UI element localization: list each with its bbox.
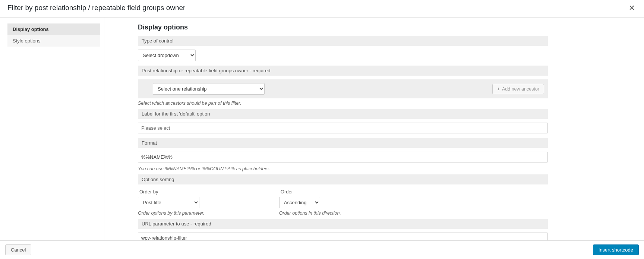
add-ancestor-button[interactable]: + Add new ancestor: [492, 84, 544, 94]
order-column: Order Ascending Order options in this di…: [279, 189, 341, 216]
main-panel: Display options Type of control Select d…: [104, 18, 563, 240]
dialog: Filter by post relationship / repeatable…: [0, 0, 644, 259]
section-label-type: Type of control: [138, 36, 548, 46]
relationship-row: Select one relationship + Add new ancest…: [138, 79, 548, 98]
default-label-input[interactable]: [138, 123, 548, 133]
url-param-input[interactable]: [138, 233, 548, 240]
relationship-select[interactable]: Select one relationship: [153, 83, 265, 95]
dialog-body: Display options Style options Display op…: [0, 18, 644, 240]
order-select[interactable]: Ascending: [279, 197, 320, 208]
dialog-header: Filter by post relationship / repeatable…: [0, 0, 644, 18]
section-label-urlparam: URL parameter to use - required: [138, 219, 548, 229]
tab-label: Style options: [13, 38, 40, 44]
button-label: Add new ancestor: [502, 86, 539, 92]
main-heading: Display options: [138, 23, 548, 31]
plus-icon: +: [497, 86, 500, 92]
sorting-row: Order by Post title Order options by thi…: [138, 184, 548, 216]
tab-display-options[interactable]: Display options: [7, 23, 100, 35]
order-label: Order: [279, 189, 341, 195]
orderby-select[interactable]: Post title: [138, 197, 199, 208]
insert-shortcode-button[interactable]: Insert shortcode: [593, 244, 639, 255]
orderby-label: Order by: [138, 189, 205, 195]
tab-style-options[interactable]: Style options: [7, 35, 100, 47]
cancel-button[interactable]: Cancel: [5, 244, 31, 255]
dialog-title: Filter by post relationship / repeatable…: [7, 4, 185, 12]
section-label-format: Format: [138, 138, 548, 148]
type-of-control-select[interactable]: Select dropdown: [138, 50, 196, 61]
section-label-default: Label for the first 'default' option: [138, 109, 548, 119]
relationship-hint: Select which ancestors should be part of…: [138, 101, 548, 106]
section-label-relationship: Post relationship or repeatable field gr…: [138, 66, 548, 76]
orderby-column: Order by Post title Order options by thi…: [138, 189, 205, 216]
sidebar: Display options Style options: [0, 18, 104, 240]
close-icon[interactable]: ✕: [627, 4, 637, 12]
format-input[interactable]: [138, 152, 548, 162]
section-label-sorting: Options sorting: [138, 174, 548, 184]
tab-label: Display options: [13, 26, 49, 32]
order-hint: Order options in this direction.: [279, 211, 341, 216]
format-hint: You can use %%NAME%% or %%COUNT%% as pla…: [138, 166, 548, 171]
orderby-hint: Order options by this parameter.: [138, 211, 205, 216]
dialog-footer: Cancel Insert shortcode: [0, 240, 644, 259]
